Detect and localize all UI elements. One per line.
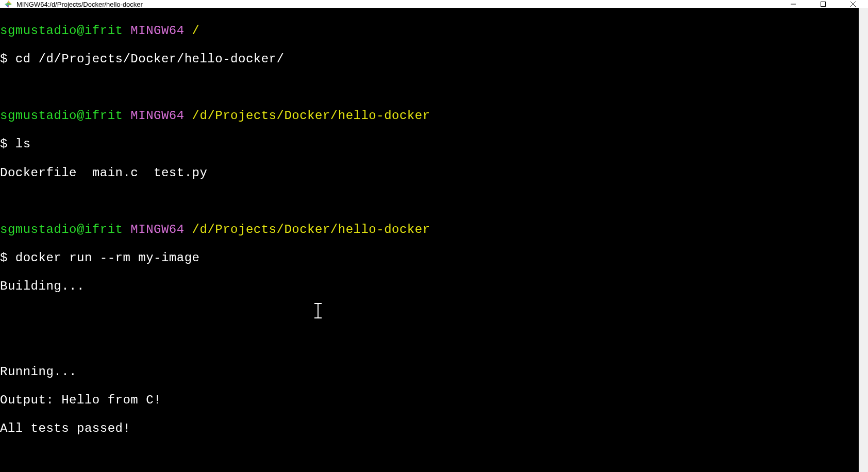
app-icon	[4, 0, 12, 8]
minimize-button[interactable]	[778, 0, 808, 8]
titlebar[interactable]: MINGW64:/d/Projects/Docker/hello-docker	[0, 0, 868, 8]
prompt-user: sgmustadio@ifrit	[0, 109, 123, 123]
output-line: Running...	[0, 365, 859, 379]
prompt-symbol: $	[0, 137, 8, 151]
close-button[interactable]	[838, 0, 868, 8]
prompt-path: /	[192, 24, 200, 38]
terminal-wrap: sgmustadio@ifrit MINGW64 / $ cd /d/Proje…	[0, 8, 868, 472]
svg-rect-5	[821, 2, 826, 7]
prompt-path: /d/Projects/Docker/hello-docker	[192, 223, 430, 237]
output-line: Output: Hello from C!	[0, 393, 859, 408]
command-text: cd /d/Projects/Docker/hello-docker/	[15, 52, 285, 66]
command-text: ls	[15, 137, 31, 151]
prompt-sys: MINGW64	[130, 223, 184, 237]
scrollbar[interactable]	[859, 8, 868, 472]
prompt-symbol: $	[0, 251, 8, 265]
terminal[interactable]: sgmustadio@ifrit MINGW64 / $ cd /d/Proje…	[0, 8, 859, 472]
prompt-user: sgmustadio@ifrit	[0, 223, 123, 237]
prompt-symbol: $	[0, 52, 8, 66]
output-line: Building...	[0, 279, 859, 294]
window-title: MINGW64:/d/Projects/Docker/hello-docker	[16, 1, 778, 8]
window-controls	[778, 0, 868, 8]
prompt-sys: MINGW64	[130, 109, 184, 123]
output-line: Dockerfile main.c test.py	[0, 166, 859, 180]
maximize-button[interactable]	[808, 0, 838, 8]
output-line: All tests passed!	[0, 422, 859, 436]
prompt-sys: MINGW64	[130, 24, 184, 38]
prompt-user: sgmustadio@ifrit	[0, 24, 123, 38]
app-window: MINGW64:/d/Projects/Docker/hello-docker …	[0, 0, 868, 472]
command-text: docker run --rm my-image	[15, 251, 200, 265]
prompt-path: /d/Projects/Docker/hello-docker	[192, 109, 430, 123]
